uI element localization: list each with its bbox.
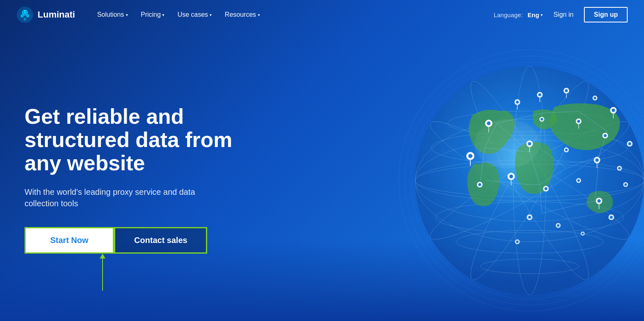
- svg-point-62: [541, 118, 543, 120]
- start-now-button[interactable]: Start Now: [25, 227, 114, 254]
- chevron-down-icon: ▾: [210, 13, 212, 17]
- svg-point-96: [557, 224, 559, 227]
- hero-section: Get reliable and structured data from an…: [0, 29, 644, 321]
- svg-point-102: [628, 143, 631, 145]
- nav-item-resources[interactable]: Resources ▾: [219, 8, 265, 22]
- svg-point-6: [26, 11, 27, 13]
- svg-point-87: [545, 187, 548, 190]
- hero-buttons: Start Now Contact sales: [25, 227, 253, 254]
- svg-point-3: [26, 14, 29, 18]
- svg-point-104: [624, 183, 627, 186]
- chevron-down-icon: ▾: [258, 13, 260, 17]
- svg-point-2: [20, 14, 24, 18]
- svg-point-72: [479, 183, 481, 186]
- svg-point-51: [565, 89, 568, 92]
- svg-point-56: [612, 109, 615, 112]
- svg-point-64: [577, 120, 580, 123]
- arrow-annotation: [102, 254, 103, 291]
- svg-point-69: [468, 154, 472, 158]
- svg-point-91: [597, 199, 601, 203]
- nav-item-pricing[interactable]: Pricing ▾: [135, 8, 170, 22]
- svg-point-54: [594, 97, 596, 99]
- hero-subtitle: With the world's leading proxy service a…: [25, 186, 204, 209]
- nav-links: Solutions ▾ Pricing ▾ Use cases ▾ Resour…: [92, 8, 494, 22]
- logo[interactable]: Luminati: [16, 6, 75, 23]
- svg-point-82: [618, 167, 621, 169]
- hero-title: Get reliable and structured data from an…: [25, 105, 237, 175]
- language-selector[interactable]: Language: Eng ▾: [494, 11, 543, 18]
- svg-point-79: [595, 158, 599, 162]
- chevron-down-icon: ▾: [162, 13, 164, 17]
- svg-point-94: [528, 216, 531, 219]
- svg-point-84: [510, 175, 513, 178]
- sign-in-button[interactable]: Sign in: [549, 9, 577, 21]
- nav-item-solutions[interactable]: Solutions ▾: [92, 8, 134, 22]
- contact-sales-button[interactable]: Contact sales: [114, 227, 207, 254]
- chevron-down-icon: ▾: [126, 13, 128, 17]
- svg-point-98: [582, 233, 584, 235]
- logo-icon: [16, 6, 34, 23]
- svg-point-48: [539, 94, 541, 96]
- globe-svg: [391, 42, 644, 319]
- sign-up-button[interactable]: Sign up: [584, 7, 628, 22]
- svg-point-45: [516, 101, 519, 104]
- svg-point-107: [474, 119, 540, 168]
- svg-point-106: [610, 216, 613, 219]
- svg-point-67: [604, 134, 607, 137]
- globe-visualization: [391, 42, 644, 319]
- svg-point-5: [23, 11, 25, 13]
- brand-name: Luminati: [38, 9, 75, 20]
- hero-content: Get reliable and structured data from an…: [25, 105, 253, 254]
- svg-point-89: [577, 179, 580, 182]
- svg-point-100: [516, 241, 519, 243]
- svg-point-4: [24, 18, 26, 20]
- chevron-down-icon: ▾: [541, 13, 543, 17]
- navbar: Luminati Solutions ▾ Pricing ▾ Use cases…: [0, 0, 644, 29]
- nav-item-use-cases[interactable]: Use cases ▾: [172, 8, 217, 22]
- svg-point-77: [565, 149, 568, 151]
- nav-right: Language: Eng ▾ Sign in Sign up: [494, 7, 628, 22]
